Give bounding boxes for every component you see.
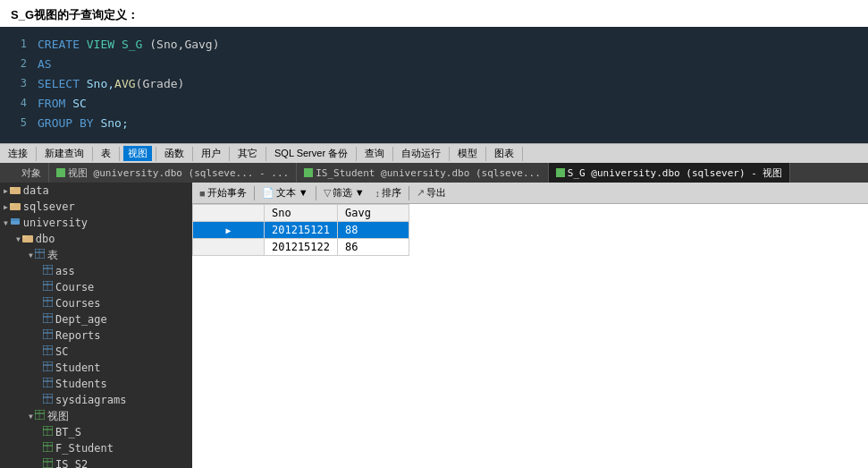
svg-rect-14 <box>43 281 53 291</box>
sidebar-item-SC[interactable]: SC <box>0 344 192 360</box>
tab-bar: 对象视图 @university.dbo (sqlseve... - ...IS… <box>0 163 868 183</box>
svg-rect-38 <box>35 410 45 420</box>
tab-item[interactable]: 对象 <box>0 163 49 183</box>
code-line: 3SELECT Sno,AVG(Grade) <box>0 73 868 93</box>
svg-rect-8 <box>35 249 45 259</box>
sidebar-item-Course[interactable]: Course <box>0 279 192 295</box>
sidebar: ▶data▶sqlsever▼university▼dbo▼表assCourse… <box>0 183 192 468</box>
tab-icon <box>7 167 18 178</box>
sidebar-item-视图[interactable]: ▼视图 <box>0 408 192 424</box>
export-btn[interactable]: ↗ 导出 <box>413 185 450 200</box>
sidebar-item-ass[interactable]: ass <box>0 263 192 279</box>
table-row[interactable]: ▶20121512188 <box>193 222 409 239</box>
toolbar-btn-其它[interactable]: 其它 <box>233 146 262 161</box>
data-table: SnoGavg ▶2012151218820121512286 <box>192 204 409 256</box>
grid-col-Sno: Sno <box>265 205 338 222</box>
ssms-toolbar: 连接新建查询表视图函数用户其它SQL Server 备份查询自动运行模型图表 <box>0 143 868 163</box>
sidebar-item-Courses[interactable]: Courses <box>0 295 192 311</box>
svg-rect-11 <box>43 265 53 275</box>
tab-item[interactable]: 视图 @university.dbo (sqlseve... - ... <box>49 163 297 183</box>
toolbar-btn-视图[interactable]: 视图 <box>123 146 152 161</box>
toolbar-btn-连接[interactable]: 连接 <box>4 146 32 161</box>
svg-rect-29 <box>43 362 53 371</box>
svg-rect-17 <box>43 297 53 307</box>
tab-item[interactable]: S_G @university.dbo (sqlsever) - 视图 <box>549 163 791 183</box>
tab-icon <box>304 168 313 177</box>
sidebar-item-F_Student[interactable]: F_Student <box>0 440 192 456</box>
svg-rect-1 <box>10 187 14 190</box>
sidebar-item-Student[interactable]: Student <box>0 360 192 376</box>
sidebar-item-Reports[interactable]: Reports <box>0 328 192 344</box>
sidebar-item-university[interactable]: ▼university <box>0 215 192 231</box>
code-line: 4FROM SC <box>0 93 868 113</box>
text-btn[interactable]: 📄 文本 ▼ <box>258 185 312 200</box>
svg-rect-7 <box>22 235 27 238</box>
svg-rect-41 <box>43 426 53 436</box>
table-row[interactable]: 20121512286 <box>193 239 409 256</box>
content-toolbar: ■ 开始事务 📄 文本 ▼ ▽ 筛选 ▼ ↕ 排序 ↗ 导出 <box>192 183 868 204</box>
sidebar-item-Students[interactable]: Students <box>0 376 192 392</box>
toolbar-btn-查询[interactable]: 查询 <box>360 146 389 161</box>
sidebar-item-IS_S2[interactable]: IS_S2 <box>0 456 192 468</box>
sidebar-item-sqlsever[interactable]: ▶sqlsever <box>0 199 192 215</box>
toolbar-btn-模型[interactable]: 模型 <box>453 146 482 161</box>
code-header: S_G视图的子查询定义： <box>0 0 868 27</box>
tab-icon <box>56 168 65 177</box>
code-line: 2AS <box>0 54 868 73</box>
grid-col-Gavg: Gavg <box>338 205 409 222</box>
start-transaction-btn[interactable]: ■ 开始事务 <box>196 185 250 200</box>
toolbar-btn-新建查询[interactable]: 新建查询 <box>40 146 88 161</box>
svg-rect-3 <box>10 203 14 206</box>
svg-rect-32 <box>43 378 53 387</box>
content-panel: ■ 开始事务 📄 文本 ▼ ▽ 筛选 ▼ ↕ 排序 ↗ 导出 <box>192 183 868 468</box>
svg-rect-5 <box>11 218 20 221</box>
sidebar-item-sysdiagrams[interactable]: sysdiagrams <box>0 392 192 408</box>
svg-rect-23 <box>43 329 53 339</box>
code-block: 1CREATE VIEW S_G (Sno,Gavg)2AS3SELECT Sn… <box>0 27 868 143</box>
code-line: 1CREATE VIEW S_G (Sno,Gavg) <box>0 34 868 54</box>
filter-btn[interactable]: ▽ 筛选 ▼ <box>320 185 368 200</box>
sort-btn[interactable]: ↕ 排序 <box>372 185 406 200</box>
toolbar-btn-用户[interactable]: 用户 <box>197 146 225 161</box>
data-grid: SnoGavg ▶2012151218820121512286 <box>192 204 868 468</box>
svg-rect-26 <box>43 345 53 355</box>
header-title: S_G视图的子查询定义： <box>11 8 139 21</box>
main-area: ▶data▶sqlsever▼university▼dbo▼表assCourse… <box>0 183 868 468</box>
svg-rect-35 <box>43 394 53 404</box>
tab-item[interactable]: IS_Student @university.dbo (sqlseve... <box>297 163 549 183</box>
sidebar-item-BT_S[interactable]: BT_S <box>0 424 192 440</box>
toolbar-btn-图表[interactable]: 图表 <box>490 146 518 161</box>
sidebar-item-dbo[interactable]: ▼dbo <box>0 231 192 247</box>
code-line: 5GROUP BY Sno; <box>0 113 868 132</box>
sidebar-item-data[interactable]: ▶data <box>0 183 192 199</box>
svg-rect-47 <box>43 458 53 468</box>
toolbar-btn-自动运行[interactable]: 自动运行 <box>397 146 445 161</box>
sidebar-item-Dept_age[interactable]: Dept_age <box>0 311 192 328</box>
svg-rect-20 <box>43 313 53 323</box>
tab-icon <box>556 168 565 177</box>
toolbar-btn-SQL Server 备份[interactable]: SQL Server 备份 <box>270 146 352 161</box>
sidebar-item-表[interactable]: ▼表 <box>0 247 192 263</box>
toolbar-btn-表[interactable]: 表 <box>97 146 115 161</box>
svg-rect-44 <box>43 442 53 452</box>
toolbar-btn-函数[interactable]: 函数 <box>160 146 189 161</box>
